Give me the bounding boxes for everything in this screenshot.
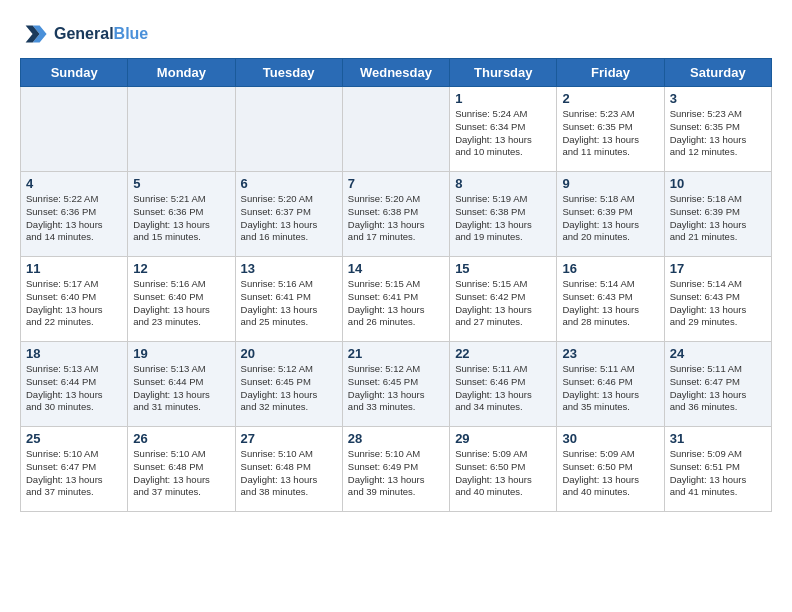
calendar-body: 1Sunrise: 5:24 AM Sunset: 6:34 PM Daylig…	[21, 87, 772, 512]
calendar-day-cell: 28Sunrise: 5:10 AM Sunset: 6:49 PM Dayli…	[342, 427, 449, 512]
day-number: 23	[562, 346, 658, 361]
calendar-day-cell: 17Sunrise: 5:14 AM Sunset: 6:43 PM Dayli…	[664, 257, 771, 342]
day-number: 10	[670, 176, 766, 191]
weekday-header-cell: Thursday	[450, 59, 557, 87]
day-info: Sunrise: 5:11 AM Sunset: 6:47 PM Dayligh…	[670, 363, 766, 414]
day-number: 5	[133, 176, 229, 191]
calendar-day-cell: 10Sunrise: 5:18 AM Sunset: 6:39 PM Dayli…	[664, 172, 771, 257]
calendar-day-cell: 6Sunrise: 5:20 AM Sunset: 6:37 PM Daylig…	[235, 172, 342, 257]
day-info: Sunrise: 5:19 AM Sunset: 6:38 PM Dayligh…	[455, 193, 551, 244]
day-number: 12	[133, 261, 229, 276]
calendar-day-cell	[235, 87, 342, 172]
weekday-header-cell: Saturday	[664, 59, 771, 87]
day-info: Sunrise: 5:09 AM Sunset: 6:51 PM Dayligh…	[670, 448, 766, 499]
calendar-day-cell: 12Sunrise: 5:16 AM Sunset: 6:40 PM Dayli…	[128, 257, 235, 342]
day-number: 18	[26, 346, 122, 361]
day-info: Sunrise: 5:24 AM Sunset: 6:34 PM Dayligh…	[455, 108, 551, 159]
calendar-week-row: 25Sunrise: 5:10 AM Sunset: 6:47 PM Dayli…	[21, 427, 772, 512]
day-number: 8	[455, 176, 551, 191]
logo: GeneralBlue	[20, 20, 148, 48]
day-info: Sunrise: 5:11 AM Sunset: 6:46 PM Dayligh…	[562, 363, 658, 414]
day-info: Sunrise: 5:22 AM Sunset: 6:36 PM Dayligh…	[26, 193, 122, 244]
weekday-header-cell: Tuesday	[235, 59, 342, 87]
calendar-day-cell: 21Sunrise: 5:12 AM Sunset: 6:45 PM Dayli…	[342, 342, 449, 427]
calendar-day-cell: 26Sunrise: 5:10 AM Sunset: 6:48 PM Dayli…	[128, 427, 235, 512]
day-number: 22	[455, 346, 551, 361]
day-number: 13	[241, 261, 337, 276]
calendar-day-cell: 16Sunrise: 5:14 AM Sunset: 6:43 PM Dayli…	[557, 257, 664, 342]
calendar-day-cell: 20Sunrise: 5:12 AM Sunset: 6:45 PM Dayli…	[235, 342, 342, 427]
weekday-header-cell: Sunday	[21, 59, 128, 87]
day-number: 31	[670, 431, 766, 446]
calendar-week-row: 11Sunrise: 5:17 AM Sunset: 6:40 PM Dayli…	[21, 257, 772, 342]
calendar-day-cell: 15Sunrise: 5:15 AM Sunset: 6:42 PM Dayli…	[450, 257, 557, 342]
calendar-day-cell: 27Sunrise: 5:10 AM Sunset: 6:48 PM Dayli…	[235, 427, 342, 512]
calendar-day-cell: 5Sunrise: 5:21 AM Sunset: 6:36 PM Daylig…	[128, 172, 235, 257]
calendar-day-cell: 13Sunrise: 5:16 AM Sunset: 6:41 PM Dayli…	[235, 257, 342, 342]
day-number: 26	[133, 431, 229, 446]
day-info: Sunrise: 5:16 AM Sunset: 6:40 PM Dayligh…	[133, 278, 229, 329]
calendar-week-row: 18Sunrise: 5:13 AM Sunset: 6:44 PM Dayli…	[21, 342, 772, 427]
calendar-day-cell: 31Sunrise: 5:09 AM Sunset: 6:51 PM Dayli…	[664, 427, 771, 512]
weekday-header-cell: Monday	[128, 59, 235, 87]
day-number: 24	[670, 346, 766, 361]
day-number: 2	[562, 91, 658, 106]
day-number: 20	[241, 346, 337, 361]
day-info: Sunrise: 5:18 AM Sunset: 6:39 PM Dayligh…	[562, 193, 658, 244]
day-info: Sunrise: 5:09 AM Sunset: 6:50 PM Dayligh…	[455, 448, 551, 499]
calendar-day-cell: 24Sunrise: 5:11 AM Sunset: 6:47 PM Dayli…	[664, 342, 771, 427]
day-number: 16	[562, 261, 658, 276]
day-info: Sunrise: 5:13 AM Sunset: 6:44 PM Dayligh…	[133, 363, 229, 414]
calendar-day-cell: 14Sunrise: 5:15 AM Sunset: 6:41 PM Dayli…	[342, 257, 449, 342]
day-info: Sunrise: 5:15 AM Sunset: 6:41 PM Dayligh…	[348, 278, 444, 329]
calendar-week-row: 4Sunrise: 5:22 AM Sunset: 6:36 PM Daylig…	[21, 172, 772, 257]
calendar-day-cell: 9Sunrise: 5:18 AM Sunset: 6:39 PM Daylig…	[557, 172, 664, 257]
day-number: 29	[455, 431, 551, 446]
day-info: Sunrise: 5:10 AM Sunset: 6:48 PM Dayligh…	[241, 448, 337, 499]
day-number: 19	[133, 346, 229, 361]
calendar-day-cell: 22Sunrise: 5:11 AM Sunset: 6:46 PM Dayli…	[450, 342, 557, 427]
day-number: 11	[26, 261, 122, 276]
day-number: 28	[348, 431, 444, 446]
page-header: GeneralBlue	[20, 20, 772, 48]
day-info: Sunrise: 5:09 AM Sunset: 6:50 PM Dayligh…	[562, 448, 658, 499]
day-info: Sunrise: 5:10 AM Sunset: 6:48 PM Dayligh…	[133, 448, 229, 499]
weekday-header-cell: Wednesday	[342, 59, 449, 87]
day-number: 27	[241, 431, 337, 446]
calendar-week-row: 1Sunrise: 5:24 AM Sunset: 6:34 PM Daylig…	[21, 87, 772, 172]
calendar-day-cell	[342, 87, 449, 172]
calendar-day-cell: 18Sunrise: 5:13 AM Sunset: 6:44 PM Dayli…	[21, 342, 128, 427]
calendar-day-cell: 7Sunrise: 5:20 AM Sunset: 6:38 PM Daylig…	[342, 172, 449, 257]
day-info: Sunrise: 5:23 AM Sunset: 6:35 PM Dayligh…	[562, 108, 658, 159]
day-info: Sunrise: 5:17 AM Sunset: 6:40 PM Dayligh…	[26, 278, 122, 329]
day-number: 30	[562, 431, 658, 446]
logo-icon	[20, 20, 48, 48]
calendar-day-cell: 30Sunrise: 5:09 AM Sunset: 6:50 PM Dayli…	[557, 427, 664, 512]
day-info: Sunrise: 5:15 AM Sunset: 6:42 PM Dayligh…	[455, 278, 551, 329]
calendar-day-cell: 8Sunrise: 5:19 AM Sunset: 6:38 PM Daylig…	[450, 172, 557, 257]
day-info: Sunrise: 5:21 AM Sunset: 6:36 PM Dayligh…	[133, 193, 229, 244]
calendar-day-cell: 4Sunrise: 5:22 AM Sunset: 6:36 PM Daylig…	[21, 172, 128, 257]
day-number: 21	[348, 346, 444, 361]
calendar-day-cell: 19Sunrise: 5:13 AM Sunset: 6:44 PM Dayli…	[128, 342, 235, 427]
calendar-day-cell: 25Sunrise: 5:10 AM Sunset: 6:47 PM Dayli…	[21, 427, 128, 512]
calendar-day-cell: 2Sunrise: 5:23 AM Sunset: 6:35 PM Daylig…	[557, 87, 664, 172]
day-info: Sunrise: 5:13 AM Sunset: 6:44 PM Dayligh…	[26, 363, 122, 414]
day-info: Sunrise: 5:20 AM Sunset: 6:37 PM Dayligh…	[241, 193, 337, 244]
calendar-day-cell	[21, 87, 128, 172]
day-number: 1	[455, 91, 551, 106]
logo-text: GeneralBlue	[54, 25, 148, 43]
day-info: Sunrise: 5:20 AM Sunset: 6:38 PM Dayligh…	[348, 193, 444, 244]
day-number: 25	[26, 431, 122, 446]
calendar-day-cell: 29Sunrise: 5:09 AM Sunset: 6:50 PM Dayli…	[450, 427, 557, 512]
day-info: Sunrise: 5:10 AM Sunset: 6:49 PM Dayligh…	[348, 448, 444, 499]
day-info: Sunrise: 5:12 AM Sunset: 6:45 PM Dayligh…	[348, 363, 444, 414]
day-info: Sunrise: 5:14 AM Sunset: 6:43 PM Dayligh…	[670, 278, 766, 329]
day-info: Sunrise: 5:10 AM Sunset: 6:47 PM Dayligh…	[26, 448, 122, 499]
day-number: 3	[670, 91, 766, 106]
day-number: 7	[348, 176, 444, 191]
calendar-day-cell: 23Sunrise: 5:11 AM Sunset: 6:46 PM Dayli…	[557, 342, 664, 427]
day-number: 14	[348, 261, 444, 276]
day-number: 15	[455, 261, 551, 276]
day-info: Sunrise: 5:16 AM Sunset: 6:41 PM Dayligh…	[241, 278, 337, 329]
